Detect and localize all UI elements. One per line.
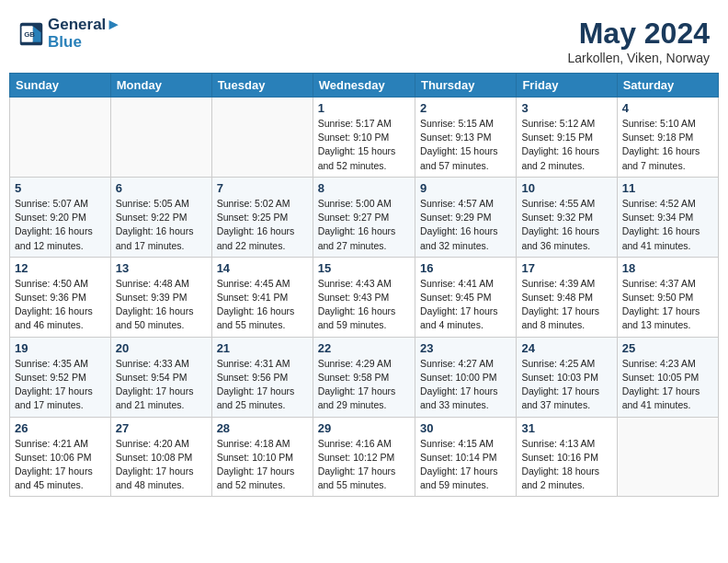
day-info: Sunrise: 5:17 AMSunset: 9:10 PMDaylight:…: [318, 117, 410, 173]
day-number: 24: [521, 341, 611, 355]
calendar-cell: 9Sunrise: 4:57 AMSunset: 9:29 PMDaylight…: [415, 177, 516, 257]
day-info: Sunrise: 4:25 AMSunset: 10:03 PMDaylight…: [521, 357, 611, 413]
page-header: GB General► Blue May 2024 Larkollen, Vik…: [9, 9, 719, 69]
day-info: Sunrise: 4:21 AMSunset: 10:06 PMDaylight…: [15, 437, 106, 493]
day-number: 29: [318, 421, 410, 435]
calendar-cell: 17Sunrise: 4:39 AMSunset: 9:48 PMDayligh…: [517, 257, 617, 337]
day-number: 12: [15, 261, 106, 275]
day-number: 26: [15, 421, 106, 435]
calendar-cell: 15Sunrise: 4:43 AMSunset: 9:43 PMDayligh…: [313, 257, 415, 337]
calendar-cell: 5Sunrise: 5:07 AMSunset: 9:20 PMDaylight…: [10, 177, 111, 257]
weekday-header-row: SundayMondayTuesdayWednesdayThursdayFrid…: [10, 74, 719, 98]
weekday-header-wednesday: Wednesday: [313, 74, 415, 98]
calendar-week-3: 12Sunrise: 4:50 AMSunset: 9:36 PMDayligh…: [10, 257, 719, 337]
day-number: 2: [420, 101, 511, 115]
day-info: Sunrise: 4:27 AMSunset: 10:00 PMDaylight…: [420, 357, 511, 413]
weekday-header-saturday: Saturday: [617, 74, 718, 98]
day-number: 10: [521, 181, 611, 195]
day-info: Sunrise: 5:10 AMSunset: 9:18 PMDaylight:…: [622, 117, 713, 173]
calendar-cell: 11Sunrise: 4:52 AMSunset: 9:34 PMDayligh…: [617, 177, 718, 257]
day-info: Sunrise: 5:00 AMSunset: 9:27 PMDaylight:…: [318, 197, 410, 253]
title-area: May 2024 Larkollen, Viken, Norway: [567, 17, 710, 65]
calendar-cell: 29Sunrise: 4:16 AMSunset: 10:12 PMDaylig…: [313, 417, 415, 497]
calendar-cell: 31Sunrise: 4:13 AMSunset: 10:16 PMDaylig…: [517, 417, 617, 497]
weekday-header-friday: Friday: [517, 74, 617, 98]
day-number: 9: [420, 181, 511, 195]
day-info: Sunrise: 4:20 AMSunset: 10:08 PMDaylight…: [116, 437, 207, 493]
day-info: Sunrise: 4:57 AMSunset: 9:29 PMDaylight:…: [420, 197, 511, 253]
day-number: 16: [420, 261, 511, 275]
day-info: Sunrise: 5:12 AMSunset: 9:15 PMDaylight:…: [521, 117, 611, 173]
calendar-cell: [211, 98, 313, 178]
day-number: 31: [521, 421, 611, 435]
day-info: Sunrise: 4:35 AMSunset: 9:52 PMDaylight:…: [15, 357, 106, 413]
logo: GB General► Blue: [18, 17, 121, 51]
day-info: Sunrise: 4:29 AMSunset: 9:58 PMDaylight:…: [318, 357, 410, 413]
day-info: Sunrise: 4:45 AMSunset: 9:41 PMDaylight:…: [217, 277, 308, 333]
day-info: Sunrise: 4:33 AMSunset: 9:54 PMDaylight:…: [116, 357, 207, 413]
day-info: Sunrise: 4:37 AMSunset: 9:50 PMDaylight:…: [622, 277, 713, 333]
calendar-cell: 18Sunrise: 4:37 AMSunset: 9:50 PMDayligh…: [617, 257, 718, 337]
day-number: 25: [622, 341, 713, 355]
weekday-header-tuesday: Tuesday: [211, 74, 313, 98]
day-number: 4: [622, 101, 713, 115]
day-number: 22: [318, 341, 410, 355]
day-number: 11: [622, 181, 713, 195]
calendar-week-2: 5Sunrise: 5:07 AMSunset: 9:20 PMDaylight…: [10, 177, 719, 257]
day-info: Sunrise: 4:52 AMSunset: 9:34 PMDaylight:…: [622, 197, 713, 253]
logo-icon: GB: [18, 21, 44, 47]
day-number: 15: [318, 261, 410, 275]
calendar-cell: 16Sunrise: 4:41 AMSunset: 9:45 PMDayligh…: [415, 257, 516, 337]
calendar-cell: 1Sunrise: 5:17 AMSunset: 9:10 PMDaylight…: [313, 98, 415, 178]
day-number: 13: [116, 261, 207, 275]
day-number: 30: [420, 421, 511, 435]
calendar-cell: 30Sunrise: 4:15 AMSunset: 10:14 PMDaylig…: [415, 417, 516, 497]
calendar-cell: 24Sunrise: 4:25 AMSunset: 10:03 PMDaylig…: [517, 337, 617, 417]
day-info: Sunrise: 4:31 AMSunset: 9:56 PMDaylight:…: [217, 357, 308, 413]
day-info: Sunrise: 4:16 AMSunset: 10:12 PMDaylight…: [318, 437, 410, 493]
day-number: 3: [521, 101, 611, 115]
calendar-cell: 3Sunrise: 5:12 AMSunset: 9:15 PMDaylight…: [517, 98, 617, 178]
calendar-cell: 14Sunrise: 4:45 AMSunset: 9:41 PMDayligh…: [211, 257, 313, 337]
calendar-cell: 7Sunrise: 5:02 AMSunset: 9:25 PMDaylight…: [211, 177, 313, 257]
day-number: 14: [217, 261, 308, 275]
calendar-cell: 27Sunrise: 4:20 AMSunset: 10:08 PMDaylig…: [110, 417, 211, 497]
location: Larkollen, Viken, Norway: [567, 51, 710, 65]
calendar-cell: 26Sunrise: 4:21 AMSunset: 10:06 PMDaylig…: [10, 417, 111, 497]
day-info: Sunrise: 5:07 AMSunset: 9:20 PMDaylight:…: [15, 197, 106, 253]
day-info: Sunrise: 4:15 AMSunset: 10:14 PMDaylight…: [420, 437, 511, 493]
calendar-table: SundayMondayTuesdayWednesdayThursdayFrid…: [9, 73, 719, 497]
calendar-cell: 4Sunrise: 5:10 AMSunset: 9:18 PMDaylight…: [617, 98, 718, 178]
calendar-cell: 23Sunrise: 4:27 AMSunset: 10:00 PMDaylig…: [415, 337, 516, 417]
weekday-header-thursday: Thursday: [415, 74, 516, 98]
day-number: 18: [622, 261, 713, 275]
day-info: Sunrise: 4:41 AMSunset: 9:45 PMDaylight:…: [420, 277, 511, 333]
day-number: 21: [217, 341, 308, 355]
day-number: 1: [318, 101, 410, 115]
calendar-cell: 10Sunrise: 4:55 AMSunset: 9:32 PMDayligh…: [517, 177, 617, 257]
calendar-week-1: 1Sunrise: 5:17 AMSunset: 9:10 PMDaylight…: [10, 98, 719, 178]
day-info: Sunrise: 5:05 AMSunset: 9:22 PMDaylight:…: [116, 197, 207, 253]
calendar-cell: [617, 417, 718, 497]
day-number: 7: [217, 181, 308, 195]
calendar-cell: 19Sunrise: 4:35 AMSunset: 9:52 PMDayligh…: [10, 337, 111, 417]
day-info: Sunrise: 5:02 AMSunset: 9:25 PMDaylight:…: [217, 197, 308, 253]
calendar-cell: 22Sunrise: 4:29 AMSunset: 9:58 PMDayligh…: [313, 337, 415, 417]
day-info: Sunrise: 4:55 AMSunset: 9:32 PMDaylight:…: [521, 197, 611, 253]
calendar-week-4: 19Sunrise: 4:35 AMSunset: 9:52 PMDayligh…: [10, 337, 719, 417]
weekday-header-sunday: Sunday: [10, 74, 111, 98]
calendar-cell: 6Sunrise: 5:05 AMSunset: 9:22 PMDaylight…: [110, 177, 211, 257]
calendar-cell: 25Sunrise: 4:23 AMSunset: 10:05 PMDaylig…: [617, 337, 718, 417]
day-number: 17: [521, 261, 611, 275]
day-info: Sunrise: 4:39 AMSunset: 9:48 PMDaylight:…: [521, 277, 611, 333]
day-number: 28: [217, 421, 308, 435]
day-info: Sunrise: 4:43 AMSunset: 9:43 PMDaylight:…: [318, 277, 410, 333]
weekday-header-monday: Monday: [110, 74, 211, 98]
day-number: 23: [420, 341, 511, 355]
day-number: 27: [116, 421, 207, 435]
day-number: 20: [116, 341, 207, 355]
day-info: Sunrise: 4:23 AMSunset: 10:05 PMDaylight…: [622, 357, 713, 413]
svg-text:GB: GB: [24, 29, 35, 38]
day-info: Sunrise: 4:50 AMSunset: 9:36 PMDaylight:…: [15, 277, 106, 333]
calendar-cell: 12Sunrise: 4:50 AMSunset: 9:36 PMDayligh…: [10, 257, 111, 337]
